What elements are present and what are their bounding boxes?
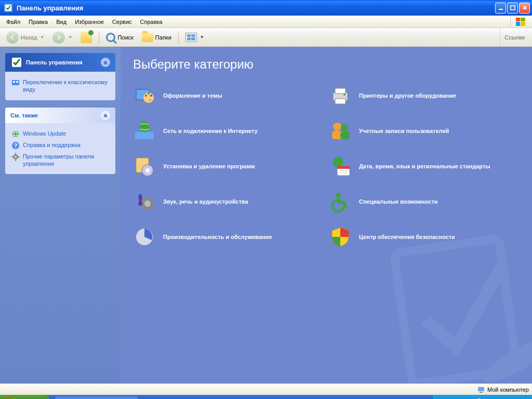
views-icon bbox=[185, 33, 197, 42]
computer-icon bbox=[477, 385, 485, 394]
category-printers[interactable]: Принтеры и другое оборудование bbox=[329, 84, 520, 107]
switch-view-icon bbox=[11, 78, 20, 87]
category-performance[interactable]: Производительность и обслуживание bbox=[133, 225, 324, 248]
category-label: Специальные возможности bbox=[359, 198, 438, 205]
category-security[interactable]: Центр обеспечения безопасности bbox=[329, 225, 520, 248]
minimize-button[interactable] bbox=[495, 3, 506, 14]
menu-view[interactable]: Вид bbox=[52, 17, 71, 26]
menu-tools[interactable]: Сервис bbox=[108, 17, 136, 26]
collapse-button[interactable] bbox=[101, 58, 110, 67]
category-label: Оформление и темы bbox=[163, 92, 222, 99]
panel-body: Windows Update ? Справка и поддержка Про… bbox=[5, 123, 115, 175]
accessibility-icon bbox=[329, 190, 352, 213]
up-button[interactable] bbox=[77, 30, 95, 45]
svg-point-25 bbox=[149, 99, 151, 101]
category-label: Центр обеспечения безопасности bbox=[359, 234, 455, 240]
sidebar: Панель управления Переключение к классич… bbox=[0, 47, 121, 383]
category-label: Звук, речь и аудиоустройства bbox=[163, 198, 248, 205]
search-label: Поиск bbox=[117, 34, 133, 41]
svg-rect-42 bbox=[337, 166, 350, 169]
sound-icon bbox=[133, 190, 156, 213]
menu-help[interactable]: Справка bbox=[136, 17, 167, 26]
svg-rect-31 bbox=[144, 132, 154, 139]
panel-body: Переключение к классическому виду bbox=[5, 72, 115, 100]
link-other-options[interactable]: Прочие параметры панели управления bbox=[11, 151, 109, 169]
forward-button[interactable]: ▼ bbox=[49, 30, 75, 45]
control-panel-icon bbox=[10, 56, 23, 69]
svg-point-40 bbox=[333, 157, 343, 167]
category-label: Учетные записи пользователей bbox=[359, 128, 449, 134]
svg-point-24 bbox=[150, 95, 152, 97]
svg-point-7 bbox=[12, 131, 19, 137]
svg-point-23 bbox=[148, 92, 150, 95]
category-label: Производительность и обслуживание bbox=[163, 234, 272, 240]
menu-bar: Файл Правка Вид Избранное Сервис Справка bbox=[0, 16, 532, 28]
menu-file[interactable]: Файл bbox=[2, 17, 24, 26]
close-button[interactable] bbox=[519, 3, 530, 14]
folders-label: Папки bbox=[155, 34, 171, 41]
windows-flag-icon bbox=[510, 16, 530, 28]
svg-point-18 bbox=[478, 331, 532, 383]
svg-rect-30 bbox=[135, 132, 144, 139]
svg-point-33 bbox=[333, 123, 341, 131]
svg-point-46 bbox=[144, 201, 151, 207]
sidebar-panel-seealso: См. также Windows Update ? Справка и под… bbox=[5, 108, 115, 175]
search-button[interactable]: Поиск bbox=[103, 31, 136, 44]
category-network[interactable]: Сеть и подключения к Интернету bbox=[133, 119, 324, 142]
panel-title: См. также bbox=[10, 112, 38, 118]
views-button[interactable]: ▼ bbox=[182, 31, 207, 44]
category-accessibility[interactable]: Специальные возможности bbox=[329, 190, 520, 213]
category-users[interactable]: Учетные записи пользователей bbox=[329, 119, 520, 142]
category-label: Сеть и подключения к Интернету bbox=[163, 128, 258, 134]
category-date-time[interactable]: Дата, время, язык и региональные стандар… bbox=[329, 155, 520, 178]
start-button[interactable]: пуск bbox=[0, 395, 50, 399]
chevron-down-icon: ▼ bbox=[200, 35, 204, 39]
taskbar: пуск Панель управления RU ? < 20:17 bbox=[0, 395, 532, 399]
switch-to-classic-view[interactable]: Переключение к классическому виду bbox=[11, 77, 109, 95]
svg-point-29 bbox=[343, 94, 345, 96]
link-label: Windows Update bbox=[23, 130, 66, 137]
svg-rect-52 bbox=[480, 392, 483, 393]
chevron-down-icon: ▼ bbox=[68, 35, 72, 39]
status-text: Мой компьютер bbox=[487, 387, 529, 393]
folder-up-icon bbox=[81, 32, 92, 43]
forward-arrow-icon bbox=[52, 31, 65, 44]
menu-edit[interactable]: Правка bbox=[24, 17, 52, 26]
category-sound[interactable]: Звук, речь и аудиоустройства bbox=[133, 190, 324, 213]
add-remove-icon bbox=[133, 155, 156, 178]
search-icon bbox=[106, 33, 115, 42]
svg-rect-1 bbox=[499, 9, 503, 10]
status-location: Мой компьютер bbox=[477, 385, 529, 394]
watermark-icon bbox=[376, 228, 532, 383]
link-help-support[interactable]: ? Справка и поддержка bbox=[11, 140, 109, 151]
folders-button[interactable]: Папки bbox=[139, 31, 175, 44]
separator bbox=[99, 31, 99, 44]
svg-rect-36 bbox=[340, 131, 350, 139]
folders-icon bbox=[142, 33, 153, 42]
category-programs[interactable]: Установка и удаление программ bbox=[133, 155, 324, 178]
gear-icon bbox=[11, 153, 20, 161]
back-button[interactable]: Назад ▼ bbox=[3, 30, 47, 45]
links-label[interactable]: Ссылки bbox=[500, 28, 529, 46]
separator bbox=[178, 31, 179, 44]
taskbar-window-button[interactable]: Панель управления bbox=[55, 396, 138, 399]
svg-rect-28 bbox=[335, 99, 345, 104]
toolbar: Назад ▼ ▼ Поиск Папки ▼ Ссылки bbox=[0, 28, 532, 47]
category-grid: Оформление и темы Принтеры и другое обор… bbox=[133, 84, 520, 248]
switch-view-label: Переключение к классическому виду bbox=[23, 78, 109, 94]
system-tray: RU ? < 20:17 bbox=[432, 395, 532, 399]
svg-text:?: ? bbox=[14, 142, 18, 149]
main-area: Панель управления Переключение к классич… bbox=[0, 47, 532, 383]
link-windows-update[interactable]: Windows Update bbox=[11, 128, 109, 140]
window-title: Панель управления bbox=[15, 4, 495, 12]
maximize-button[interactable] bbox=[507, 3, 518, 14]
svg-point-48 bbox=[336, 193, 341, 198]
users-icon bbox=[329, 119, 352, 142]
control-panel-icon bbox=[4, 4, 12, 12]
collapse-button[interactable] bbox=[101, 111, 110, 120]
printer-icon bbox=[329, 84, 352, 107]
category-appearance[interactable]: Оформление и темы bbox=[133, 84, 324, 107]
menu-favorites[interactable]: Избранное bbox=[71, 17, 108, 26]
back-arrow-icon bbox=[6, 31, 19, 44]
panel-header: См. также bbox=[5, 108, 115, 123]
